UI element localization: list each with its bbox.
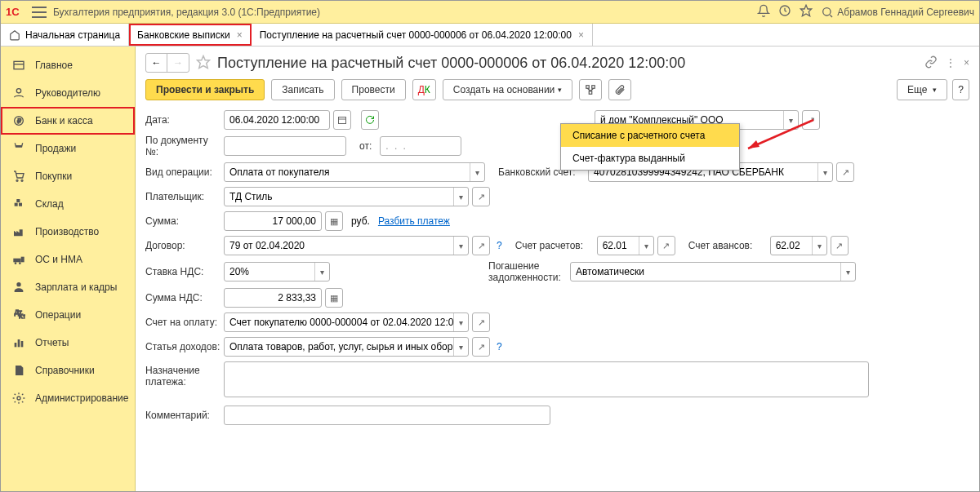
star-icon[interactable] bbox=[196, 55, 211, 72]
acct-calc-input[interactable]: 62.01▾ bbox=[597, 236, 654, 255]
svg-point-17 bbox=[19, 262, 21, 264]
open-button[interactable]: ↗ bbox=[657, 236, 675, 255]
sidebar-item-reports[interactable]: Отчеты bbox=[1, 329, 135, 357]
label-sum: Сумма: bbox=[145, 215, 220, 227]
dropdown-icon[interactable]: ▾ bbox=[470, 163, 484, 181]
contract-input[interactable]: 79 от 02.04.2020▾ bbox=[224, 236, 469, 255]
dtkt-button[interactable]: ДК bbox=[412, 79, 436, 100]
user-block[interactable]: Абрамов Геннадий Сергеевич bbox=[821, 6, 974, 19]
document-header: ← → Поступление на расчетный счет 0000-0… bbox=[136, 47, 979, 79]
open-button[interactable]: ↗ bbox=[472, 236, 490, 255]
more-button[interactable]: Еще▾ bbox=[897, 79, 947, 100]
tab-document[interactable]: Поступление на расчетный счет 0000-00000… bbox=[252, 24, 593, 46]
calendar-button[interactable] bbox=[333, 110, 351, 130]
create-based-button[interactable]: Создать на основании▾ bbox=[443, 79, 573, 100]
close-icon[interactable]: × bbox=[237, 29, 243, 41]
sum-input[interactable]: 17 000,00 bbox=[224, 211, 322, 231]
optype-input[interactable]: Оплата от покупателя▾ bbox=[224, 162, 485, 182]
titlebar: 1С Бухгалтерия предприятия, редакция 3.0… bbox=[1, 1, 979, 24]
svg-rect-26 bbox=[586, 86, 590, 89]
sidebar-item-admin[interactable]: Администрирование bbox=[1, 384, 135, 412]
payer-input[interactable]: ТД Стиль▾ bbox=[224, 187, 469, 206]
dropdown-icon[interactable]: ▾ bbox=[840, 263, 855, 281]
open-button[interactable]: ↗ bbox=[836, 162, 854, 182]
dropdown-icon[interactable]: ▾ bbox=[453, 338, 468, 356]
dropdown-icon[interactable]: ▾ bbox=[453, 313, 468, 331]
calc-button[interactable]: ▦ bbox=[325, 211, 343, 231]
sidebar-item-manager[interactable]: Руководителю bbox=[1, 79, 135, 107]
menu-icon[interactable] bbox=[32, 7, 47, 18]
label-optype: Вид операции: bbox=[145, 166, 220, 178]
link-icon[interactable] bbox=[924, 55, 938, 71]
sidebar-item-main[interactable]: Главное bbox=[1, 51, 135, 79]
dropdown-icon[interactable]: ▾ bbox=[639, 237, 653, 255]
tab-home[interactable]: Начальная страница bbox=[1, 24, 129, 46]
invoice-input[interactable]: Счет покупателю 0000-000004 от 02.04.202… bbox=[224, 312, 469, 332]
income-input[interactable]: Оплата товаров, работ, услуг, сырья и ин… bbox=[224, 337, 469, 357]
sidebar-item-purchases[interactable]: Покупки bbox=[1, 162, 135, 190]
label-docnum: По документу №: bbox=[145, 135, 220, 157]
dropdown-icon[interactable]: ▾ bbox=[812, 237, 826, 255]
help-icon[interactable]: ? bbox=[497, 341, 502, 352]
vat-sum-input[interactable]: 2 833,33 bbox=[224, 288, 322, 308]
nav-back-button[interactable]: ← bbox=[146, 54, 167, 72]
svg-line-3 bbox=[831, 15, 833, 17]
svg-rect-22 bbox=[18, 339, 20, 347]
history-icon[interactable] bbox=[778, 4, 791, 20]
help-icon[interactable]: ? bbox=[497, 240, 502, 251]
svg-rect-27 bbox=[592, 86, 595, 89]
purpose-input[interactable] bbox=[224, 361, 869, 397]
sidebar-item-sales[interactable]: Продажи bbox=[1, 135, 135, 162]
open-button[interactable]: ↗ bbox=[472, 312, 490, 332]
help-button[interactable]: ? bbox=[952, 79, 969, 100]
menu-item-writeoff[interactable]: Списание с расчетного счета bbox=[561, 124, 739, 147]
debt-input[interactable]: Автоматически▾ bbox=[570, 262, 856, 281]
open-button[interactable]: ↗ bbox=[472, 337, 490, 357]
sidebar-item-operations[interactable]: ДтКтОперации bbox=[1, 301, 135, 329]
close-icon[interactable]: × bbox=[578, 29, 584, 41]
svg-rect-33 bbox=[339, 117, 346, 124]
acct-adv-input[interactable]: 62.02▾ bbox=[770, 236, 827, 255]
sidebar-item-warehouse[interactable]: Склад bbox=[1, 190, 135, 218]
structure-button[interactable] bbox=[579, 79, 602, 100]
dropdown-icon[interactable]: ▾ bbox=[817, 163, 832, 181]
sidebar-item-production[interactable]: Производство bbox=[1, 218, 135, 246]
sidebar-item-hr[interactable]: Зарплата и кадры bbox=[1, 273, 135, 301]
label-vat-sum: Сумма НДС: bbox=[145, 292, 220, 304]
post-button[interactable]: Провести bbox=[341, 79, 406, 100]
dropdown-icon[interactable]: ▾ bbox=[453, 237, 468, 255]
tab-bank-statements[interactable]: Банковские выписки × bbox=[129, 24, 252, 46]
date-input[interactable]: 06.04.2020 12:00:00 bbox=[224, 110, 330, 130]
split-payment-link[interactable]: Разбить платеж bbox=[378, 215, 450, 227]
refresh-button[interactable] bbox=[361, 110, 379, 130]
open-button[interactable]: ↗ bbox=[831, 236, 849, 255]
label-payer: Плательщик: bbox=[145, 191, 220, 202]
post-close-button[interactable]: Провести и закрыть bbox=[145, 79, 265, 100]
attach-button[interactable] bbox=[608, 79, 631, 100]
docnum-input[interactable] bbox=[224, 136, 346, 156]
save-button[interactable]: Записать bbox=[271, 79, 334, 100]
open-button[interactable]: ↗ bbox=[472, 187, 490, 206]
star-icon[interactable] bbox=[800, 4, 813, 20]
sidebar-item-bank[interactable]: ₽Банк и касса bbox=[1, 107, 135, 135]
sidebar-item-catalogs[interactable]: Справочники bbox=[1, 357, 135, 384]
bell-icon[interactable] bbox=[757, 4, 770, 20]
open-button[interactable]: ↗ bbox=[802, 110, 820, 130]
dropdown-icon[interactable]: ▾ bbox=[783, 111, 798, 129]
calc-button[interactable]: ▦ bbox=[325, 288, 343, 308]
docdate-input[interactable]: . . . bbox=[380, 136, 461, 156]
close-icon[interactable]: × bbox=[964, 57, 969, 69]
svg-point-18 bbox=[16, 282, 20, 286]
comment-input[interactable] bbox=[224, 406, 550, 425]
dropdown-icon[interactable]: ▾ bbox=[453, 188, 468, 206]
more-icon[interactable]: ⋮ bbox=[946, 57, 956, 69]
dropdown-icon[interactable]: ▾ bbox=[314, 263, 329, 281]
svg-rect-11 bbox=[15, 203, 18, 206]
document-form: Дата: 06.04.2020 12:00:00 й дом "Комплек… bbox=[136, 107, 979, 491]
nav-forward-button[interactable]: → bbox=[167, 54, 189, 72]
svg-point-9 bbox=[16, 180, 18, 181]
sidebar-item-assets[interactable]: ОС и НМА bbox=[1, 246, 135, 273]
svg-marker-1 bbox=[801, 5, 812, 16]
vat-rate-input[interactable]: 20%▾ bbox=[224, 262, 330, 281]
menu-item-invoice-issued[interactable]: Счет-фактура выданный bbox=[561, 147, 739, 170]
